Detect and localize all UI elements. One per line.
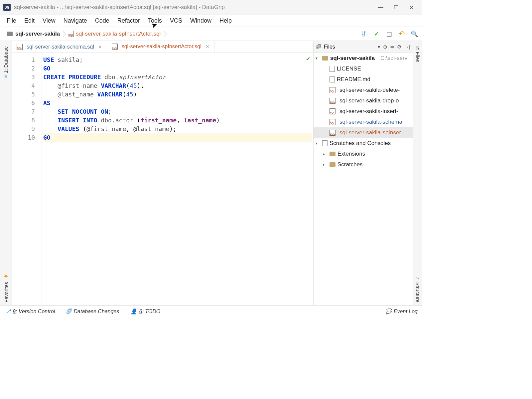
menu-tools[interactable]: Tools xyxy=(145,16,165,26)
main-area: ≡1: Database Favorites★ SQL sql-server-s… xyxy=(0,41,422,305)
right-tool-stripe: 2: Files 7: Structure xyxy=(413,41,422,305)
tree-root[interactable]: ▾sql-server-sakila C:\sql-serv xyxy=(314,53,413,64)
left-tool-stripe: ≡1: Database Favorites★ xyxy=(0,41,12,305)
menu-file[interactable]: File xyxy=(3,16,20,26)
chevron-down-icon[interactable]: ▾ xyxy=(378,44,380,50)
window-title: sql-server-sakila - ...\sql-server-sakil… xyxy=(14,4,373,11)
sql-file-icon: SQL xyxy=(68,31,74,37)
tree-file[interactable]: SQLsql-server-sakila-spInser xyxy=(314,127,413,138)
close-button[interactable]: ✕ xyxy=(404,0,419,15)
tool-version-control[interactable]: ⎇9: Version Control xyxy=(5,308,55,315)
maximize-button[interactable]: ☐ xyxy=(388,0,404,15)
breadcrumb-project[interactable]: sql-server-sakila xyxy=(3,27,64,41)
sql-file-icon: SQL xyxy=(330,87,335,93)
sql-file-icon: SQL xyxy=(330,130,335,136)
gear-icon[interactable]: ⚙ xyxy=(397,44,401,50)
files-tree[interactable]: ▾sql-server-sakila C:\sql-serv LICENSE R… xyxy=(314,53,413,305)
collapse-icon[interactable]: ≑ xyxy=(390,44,394,50)
folder-icon xyxy=(330,152,335,156)
folder-icon xyxy=(322,56,328,61)
target-icon[interactable]: ⊕ xyxy=(383,44,387,50)
menu-vcs[interactable]: VCS xyxy=(167,16,186,26)
sql-file-icon: SQL xyxy=(112,44,118,50)
code-content[interactable]: ✔USE sakila; GO CREATE PROCEDURE dbo.spI… xyxy=(42,53,313,305)
menu-help[interactable]: Help xyxy=(216,16,235,26)
vcs-commit-icon[interactable]: ✔ xyxy=(372,30,380,38)
tree-scratches-root[interactable]: ▾Scratches and Consoles xyxy=(314,138,413,149)
title-bar: DG sql-server-sakila - ...\sql-server-sa… xyxy=(0,0,422,15)
tool-database[interactable]: ≡1: Database xyxy=(3,44,9,80)
editor-body[interactable]: 12345678910 ✔USE sakila; GO CREATE PROCE… xyxy=(12,53,313,305)
tab-label: sql-server-sakila-spInsertActor.sql xyxy=(122,44,201,50)
tree-folder[interactable]: ▸Extensions xyxy=(314,149,413,159)
tree-file[interactable]: SQLsql-server-sakila-insert- xyxy=(314,106,413,117)
app-icon: DG xyxy=(3,4,11,11)
menu-refactor[interactable]: Refactor xyxy=(114,16,143,26)
sql-file-icon: SQL xyxy=(330,98,335,104)
tool-database-changes[interactable]: 🗐Database Changes xyxy=(66,309,119,315)
tree-file[interactable]: SQLsql-server-sakila-schema xyxy=(314,117,413,127)
menu-bar: File Edit View Navigate Code Refactor To… xyxy=(0,15,422,27)
tool-todo[interactable]: 👤6: TODO xyxy=(130,308,160,315)
breadcrumb-file[interactable]: SQL sql-server-sakila-spInsertActor.sql xyxy=(64,27,165,41)
navigation-bar: sql-server-sakila SQL sql-server-sakila-… xyxy=(0,27,422,41)
breadcrumb-project-label: sql-server-sakila xyxy=(15,31,60,37)
sql-file-icon: SQL xyxy=(17,44,23,50)
files-tool-window: 🗐 Files ▾ ⊕ ≑ ⚙ →| ▾sql-server-sakila C:… xyxy=(313,41,413,305)
close-icon[interactable]: ✕ xyxy=(205,44,209,49)
menu-code[interactable]: Code xyxy=(92,16,113,26)
star-icon: ★ xyxy=(2,273,10,280)
vcs-update-icon[interactable]: ⭿ xyxy=(360,30,368,38)
tree-file[interactable]: LICENSE xyxy=(314,64,413,74)
vcs-history-icon[interactable]: ◫ xyxy=(385,30,393,38)
sql-file-icon: SQL xyxy=(330,108,335,114)
undo-icon[interactable]: ↶ xyxy=(398,30,406,38)
editor-tabs: SQL sql-server-sakila-schema.sql ✕ SQL s… xyxy=(12,41,313,53)
files-header: 🗐 Files ▾ ⊕ ≑ ⚙ →| xyxy=(314,41,413,53)
files-icon: 🗐 xyxy=(316,44,321,50)
folder-icon xyxy=(7,32,13,36)
editor-area: SQL sql-server-sakila-schema.sql ✕ SQL s… xyxy=(12,41,313,305)
hide-icon[interactable]: →| xyxy=(404,44,410,50)
tree-folder[interactable]: ▸Scratches xyxy=(314,159,413,170)
file-icon xyxy=(330,76,335,82)
tree-file[interactable]: SQLsql-server-sakila-delete- xyxy=(314,85,413,95)
editor-tab[interactable]: SQL sql-server-sakila-spInsertActor.sql … xyxy=(107,41,214,53)
breadcrumb-file-label: sql-server-sakila-spInsertActor.sql xyxy=(76,31,161,37)
tool-files[interactable]: 2: Files xyxy=(415,44,421,65)
gutter-line-numbers: 12345678910 xyxy=(12,53,42,305)
bottom-tool-stripe: ⎇9: Version Control 🗐Database Changes 👤6… xyxy=(0,305,422,317)
tab-label: sql-server-sakila-schema.sql xyxy=(27,44,94,50)
inspection-ok-icon: ✔ xyxy=(306,54,310,63)
minimize-button[interactable]: — xyxy=(373,0,388,15)
close-icon[interactable]: ✕ xyxy=(98,44,102,50)
scratches-icon xyxy=(322,140,328,146)
file-icon xyxy=(330,66,335,72)
editor-tab[interactable]: SQL sql-server-sakila-schema.sql ✕ xyxy=(12,41,107,53)
tool-favorites[interactable]: Favorites★ xyxy=(2,270,10,305)
files-title: Files xyxy=(324,44,375,50)
sql-file-icon: SQL xyxy=(330,119,335,125)
tree-file[interactable]: SQLsql-server-sakila-drop-o xyxy=(314,95,413,106)
folder-icon xyxy=(330,162,335,167)
tool-event-log[interactable]: 💬Event Log xyxy=(385,308,418,315)
menu-edit[interactable]: Edit xyxy=(21,16,38,26)
menu-window[interactable]: Window xyxy=(187,16,215,26)
tree-file[interactable]: README.md xyxy=(314,74,413,85)
menu-view[interactable]: View xyxy=(39,16,59,26)
tool-structure[interactable]: 7: Structure xyxy=(415,274,421,305)
menu-navigate[interactable]: Navigate xyxy=(60,16,90,26)
search-icon[interactable]: 🔍 xyxy=(410,30,418,38)
